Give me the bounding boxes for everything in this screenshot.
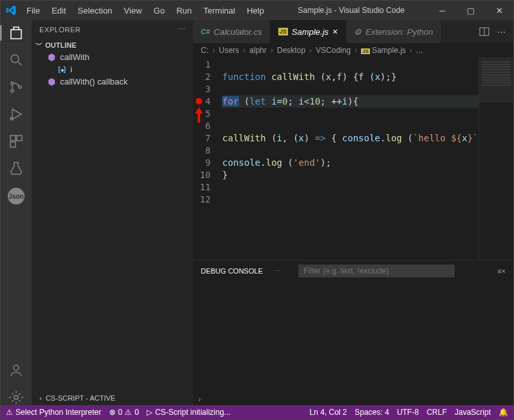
tab[interactable]: JSSample.js× [271,20,346,43]
error-icon: ⊗ [109,408,116,417]
breadcrumb-segment[interactable]: alphr [249,46,267,55]
outline-item-label: i [70,65,72,74]
settings-gear-icon[interactable] [8,390,24,405]
code-line[interactable] [222,83,478,95]
minimize-button[interactable]: ─ [433,6,451,15]
panel-prompt[interactable]: › [193,394,513,405]
maximize-button[interactable]: ▢ [462,6,480,15]
line-number[interactable]: 4 [193,95,222,108]
line-number[interactable]: 9 [193,157,222,169]
outline-label: OUTLINE [45,41,76,49]
status-item[interactable]: UTF-8 [397,408,419,417]
menu-file[interactable]: File [21,3,45,18]
search-icon[interactable] [8,52,24,68]
window-controls: ─ ▢ ✕ [433,6,508,15]
breadcrumb-separator-icon: › [410,46,413,55]
menu-run[interactable]: Run [171,3,197,18]
outline-item[interactable]: callWith [32,51,193,63]
line-number[interactable]: 3 [193,83,222,95]
sidebar-more-icon[interactable]: ⋯ [178,25,186,34]
code-line[interactable] [222,194,478,206]
status-item[interactable]: ▷CS-Script initializing... [147,408,231,417]
editor-body[interactable]: 123456789101112 function callWith (x,f) … [193,57,513,260]
csharp-file-icon: C# [201,28,210,35]
menu-go[interactable]: Go [149,3,170,18]
source-control-icon[interactable] [8,79,24,95]
breadcrumb-segment[interactable]: Users [219,46,239,55]
cube-icon [47,53,56,62]
code-line[interactable]: function callWith (x,f) {f (x);} [222,71,478,83]
code-line[interactable] [222,181,478,194]
menu-selection[interactable]: Selection [72,3,117,18]
breadcrumb-segment[interactable]: VSCoding [316,46,351,55]
extensions-icon[interactable] [8,134,24,149]
code-line[interactable]: callWith (i, (x) => { console.log (`hell… [222,132,478,145]
close-button[interactable]: ✕ [490,6,508,15]
collapsed-section[interactable]: › CS-SCRIPT - ACTIVE [32,391,193,405]
status-item[interactable]: ⊗ 0 ⚠ 0 [109,408,139,417]
code-line[interactable] [222,145,478,157]
breadcrumb-segment[interactable]: JSSample.js [361,46,406,55]
menu-terminal[interactable]: Terminal [198,3,240,18]
code-line[interactable] [222,120,478,132]
panel-clear-icon[interactable]: ≡× [497,267,506,275]
svg-point-8 [14,365,19,370]
outline-item-label: callWith() callback [60,77,128,86]
panel-filter-input[interactable] [298,265,455,277]
breadcrumbs[interactable]: C:›Users›alphr›Desktop›VSCoding›JSSample… [193,43,513,57]
breadcrumb-segment[interactable]: C: [201,46,209,55]
code-line[interactable]: console.log ('end'); [222,157,478,169]
status-item[interactable]: ⚠Select Python Interpreter [6,408,101,417]
line-number[interactable]: 7 [193,132,222,145]
line-number[interactable]: 11 [193,181,222,194]
svg-point-9 [14,395,18,399]
svg-point-0 [11,55,19,63]
breadcrumb-segment[interactable]: ... [416,46,423,55]
minimap[interactable] [478,57,513,260]
code-line[interactable]: } [222,169,478,181]
run-debug-icon[interactable] [8,106,24,122]
status-item[interactable]: Ln 4, Col 2 [309,408,347,417]
warning-icon: ⚠ [6,408,13,417]
line-number[interactable]: 6 [193,120,222,132]
outline-item[interactable]: [◆]i [32,63,193,75]
breadcrumb-segment[interactable]: Desktop [277,46,305,55]
status-item[interactable]: Spaces: 4 [355,408,389,417]
json-icon[interactable]: Json [8,188,25,205]
code-line[interactable] [222,59,478,71]
code-line[interactable] [222,108,478,120]
gutter[interactable]: 123456789101112 [193,57,222,260]
status-item[interactable]: CRLF [427,408,447,417]
line-number[interactable]: 1 [193,59,222,71]
chevron-down-icon: ﹀ [36,40,43,50]
explorer-icon[interactable] [0,25,31,41]
status-item[interactable]: JavaScript [455,408,491,417]
tab-more-icon[interactable]: ⋯ [497,27,506,37]
line-number[interactable]: 2 [193,71,222,83]
outline-item[interactable]: callWith() callback [32,75,193,88]
status-bar: ⚠Select Python Interpreter⊗ 0 ⚠ 0▷CS-Scr… [1,405,513,419]
line-number[interactable]: 8 [193,145,222,157]
panel-tab-debug-console[interactable]: DEBUG CONSOLE [201,267,263,275]
svg-rect-5 [10,135,15,141]
tab[interactable]: C#Calculator.cs [193,20,271,43]
notifications-bell-icon[interactable]: 🔔 [499,408,508,417]
testing-icon[interactable] [8,161,24,176]
tab[interactable]: ⚙Extension: Python [346,20,442,43]
menu-view[interactable]: View [119,3,147,18]
code-line[interactable]: for (let i=0; i<10; ++i){ [222,95,478,108]
tab-close-icon[interactable]: × [333,26,338,37]
sidebar-header: EXPLORER ⋯ [32,20,193,39]
code-content[interactable]: function callWith (x,f) {f (x);} for (le… [222,57,478,260]
line-number[interactable]: 5 [193,108,222,120]
line-number[interactable]: 12 [193,194,222,206]
breakpoint-icon[interactable] [196,98,202,105]
svg-rect-7 [10,142,15,147]
outline-section-header[interactable]: ﹀ OUTLINE [32,39,193,51]
line-number[interactable]: 10 [193,169,222,181]
menu-help[interactable]: Help [242,3,269,18]
account-icon[interactable] [8,363,24,378]
menu-edit[interactable]: Edit [46,3,71,18]
split-editor-icon[interactable] [479,26,489,37]
panel-more-icon[interactable]: ⋯ [273,267,280,275]
